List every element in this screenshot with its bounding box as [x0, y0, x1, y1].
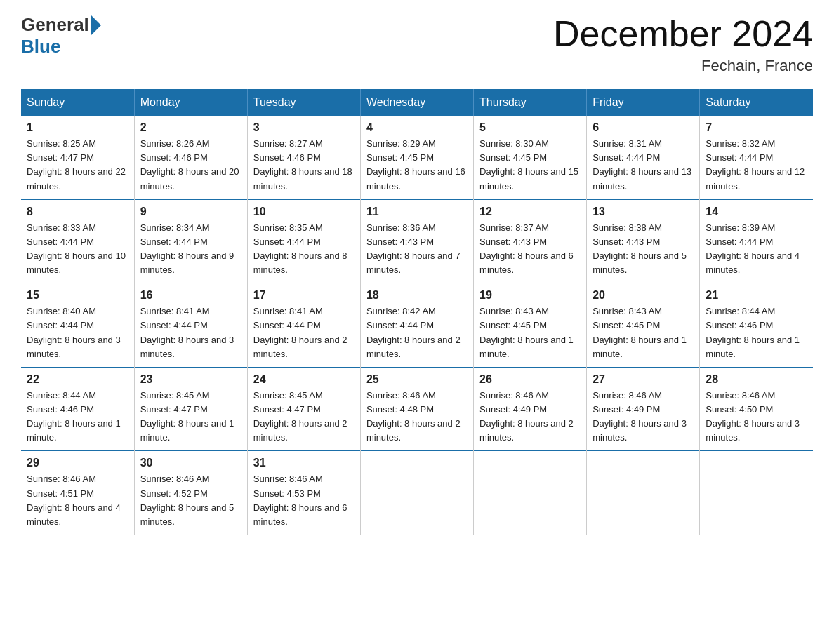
day-number: 19 — [479, 289, 581, 302]
calendar-day-cell: 15 Sunrise: 8:40 AMSunset: 4:44 PMDaylig… — [21, 283, 134, 368]
location-subtitle: Fechain, France — [553, 57, 813, 75]
day-info: Sunrise: 8:30 AMSunset: 4:45 PMDaylight:… — [479, 138, 578, 191]
calendar-day-cell: 24 Sunrise: 8:45 AMSunset: 4:47 PMDaylig… — [247, 367, 360, 451]
calendar-day-cell: 18 Sunrise: 8:42 AMSunset: 4:44 PMDaylig… — [360, 283, 473, 368]
day-number: 20 — [593, 289, 694, 302]
day-info: Sunrise: 8:42 AMSunset: 4:44 PMDaylight:… — [366, 306, 461, 358]
day-info: Sunrise: 8:34 AMSunset: 4:44 PMDaylight:… — [140, 222, 234, 275]
weekday-header-row: Sunday Monday Tuesday Wednesday Thursday… — [21, 89, 813, 116]
calendar-day-cell: 5 Sunrise: 8:30 AMSunset: 4:45 PMDayligh… — [474, 116, 587, 199]
calendar-day-cell: 20 Sunrise: 8:43 AMSunset: 4:45 PMDaylig… — [587, 283, 700, 368]
logo-general-text: General — [21, 14, 89, 36]
day-number: 18 — [366, 289, 468, 302]
header-monday: Monday — [134, 89, 247, 116]
calendar-day-cell — [360, 451, 473, 535]
header-sunday: Sunday — [21, 89, 134, 116]
day-info: Sunrise: 8:27 AMSunset: 4:46 PMDaylight:… — [253, 138, 352, 191]
day-info: Sunrise: 8:46 AMSunset: 4:52 PMDaylight:… — [140, 474, 234, 526]
day-number: 11 — [366, 206, 468, 218]
day-number: 3 — [253, 121, 355, 134]
day-number: 10 — [253, 206, 355, 218]
calendar-body: 1 Sunrise: 8:25 AMSunset: 4:47 PMDayligh… — [21, 116, 813, 535]
day-info: Sunrise: 8:45 AMSunset: 4:47 PMDaylight:… — [253, 390, 348, 443]
calendar-week-row: 29 Sunrise: 8:46 AMSunset: 4:51 PMDaylig… — [21, 451, 813, 535]
calendar-day-cell: 30 Sunrise: 8:46 AMSunset: 4:52 PMDaylig… — [134, 451, 247, 535]
day-number: 24 — [253, 373, 355, 386]
day-info: Sunrise: 8:43 AMSunset: 4:45 PMDaylight:… — [593, 306, 687, 358]
day-number: 29 — [27, 457, 128, 469]
day-info: Sunrise: 8:39 AMSunset: 4:44 PMDaylight:… — [706, 222, 800, 275]
calendar-day-cell: 3 Sunrise: 8:27 AMSunset: 4:46 PMDayligh… — [247, 116, 360, 199]
calendar-header: Sunday Monday Tuesday Wednesday Thursday… — [21, 89, 813, 116]
day-info: Sunrise: 8:44 AMSunset: 4:46 PMDaylight:… — [706, 306, 800, 358]
day-number: 27 — [593, 373, 694, 386]
day-info: Sunrise: 8:41 AMSunset: 4:44 PMDaylight:… — [253, 306, 348, 358]
calendar-day-cell: 22 Sunrise: 8:44 AMSunset: 4:46 PMDaylig… — [21, 367, 134, 451]
day-info: Sunrise: 8:46 AMSunset: 4:49 PMDaylight:… — [593, 390, 687, 443]
calendar-week-row: 8 Sunrise: 8:33 AMSunset: 4:44 PMDayligh… — [21, 199, 813, 283]
day-number: 5 — [479, 121, 581, 134]
calendar-day-cell: 16 Sunrise: 8:41 AMSunset: 4:44 PMDaylig… — [134, 283, 247, 368]
day-number: 17 — [253, 289, 355, 302]
header-thursday: Thursday — [474, 89, 587, 116]
calendar-day-cell: 28 Sunrise: 8:46 AMSunset: 4:50 PMDaylig… — [700, 367, 813, 451]
calendar-week-row: 1 Sunrise: 8:25 AMSunset: 4:47 PMDayligh… — [21, 116, 813, 199]
calendar-day-cell: 21 Sunrise: 8:44 AMSunset: 4:46 PMDaylig… — [700, 283, 813, 368]
logo-blue-text: Blue — [21, 36, 60, 58]
calendar-day-cell — [587, 451, 700, 535]
main-title: December 2024 — [553, 14, 813, 54]
day-number: 23 — [140, 373, 241, 386]
calendar-day-cell: 10 Sunrise: 8:35 AMSunset: 4:44 PMDaylig… — [247, 199, 360, 283]
day-number: 8 — [27, 206, 128, 218]
calendar-week-row: 15 Sunrise: 8:40 AMSunset: 4:44 PMDaylig… — [21, 283, 813, 368]
calendar-day-cell: 27 Sunrise: 8:46 AMSunset: 4:49 PMDaylig… — [587, 367, 700, 451]
day-number: 7 — [706, 121, 807, 134]
day-number: 30 — [140, 457, 241, 469]
calendar-day-cell: 29 Sunrise: 8:46 AMSunset: 4:51 PMDaylig… — [21, 451, 134, 535]
day-number: 4 — [366, 121, 468, 134]
day-info: Sunrise: 8:25 AMSunset: 4:47 PMDaylight:… — [27, 138, 126, 191]
day-info: Sunrise: 8:46 AMSunset: 4:49 PMDaylight:… — [479, 390, 574, 443]
logo-arrow-icon — [91, 15, 101, 35]
calendar-day-cell — [700, 451, 813, 535]
header-wednesday: Wednesday — [360, 89, 473, 116]
day-number: 1 — [27, 121, 128, 134]
day-info: Sunrise: 8:33 AMSunset: 4:44 PMDaylight:… — [27, 222, 126, 275]
day-info: Sunrise: 8:46 AMSunset: 4:50 PMDaylight:… — [706, 390, 800, 443]
calendar-day-cell: 23 Sunrise: 8:45 AMSunset: 4:47 PMDaylig… — [134, 367, 247, 451]
calendar-day-cell: 9 Sunrise: 8:34 AMSunset: 4:44 PMDayligh… — [134, 199, 247, 283]
day-info: Sunrise: 8:41 AMSunset: 4:44 PMDaylight:… — [140, 306, 234, 358]
calendar-day-cell: 14 Sunrise: 8:39 AMSunset: 4:44 PMDaylig… — [700, 199, 813, 283]
day-info: Sunrise: 8:29 AMSunset: 4:45 PMDaylight:… — [366, 138, 465, 191]
logo: General Blue — [21, 14, 102, 58]
logo-text: General — [21, 14, 102, 36]
day-info: Sunrise: 8:44 AMSunset: 4:46 PMDaylight:… — [27, 390, 121, 443]
header-tuesday: Tuesday — [247, 89, 360, 116]
day-number: 14 — [706, 206, 807, 218]
day-number: 9 — [140, 206, 241, 218]
calendar-day-cell — [474, 451, 587, 535]
calendar-day-cell: 1 Sunrise: 8:25 AMSunset: 4:47 PMDayligh… — [21, 116, 134, 199]
day-number: 25 — [366, 373, 468, 386]
calendar-day-cell: 12 Sunrise: 8:37 AMSunset: 4:43 PMDaylig… — [474, 199, 587, 283]
header-friday: Friday — [587, 89, 700, 116]
calendar-table: Sunday Monday Tuesday Wednesday Thursday… — [21, 89, 813, 535]
day-info: Sunrise: 8:46 AMSunset: 4:48 PMDaylight:… — [366, 390, 461, 443]
day-info: Sunrise: 8:31 AMSunset: 4:44 PMDaylight:… — [593, 138, 691, 191]
day-info: Sunrise: 8:26 AMSunset: 4:46 PMDaylight:… — [140, 138, 239, 191]
calendar-week-row: 22 Sunrise: 8:44 AMSunset: 4:46 PMDaylig… — [21, 367, 813, 451]
calendar-day-cell: 13 Sunrise: 8:38 AMSunset: 4:43 PMDaylig… — [587, 199, 700, 283]
day-info: Sunrise: 8:37 AMSunset: 4:43 PMDaylight:… — [479, 222, 574, 275]
calendar-day-cell: 2 Sunrise: 8:26 AMSunset: 4:46 PMDayligh… — [134, 116, 247, 199]
day-info: Sunrise: 8:35 AMSunset: 4:44 PMDaylight:… — [253, 222, 348, 275]
day-number: 28 — [706, 373, 807, 386]
day-number: 12 — [479, 206, 581, 218]
calendar-day-cell: 17 Sunrise: 8:41 AMSunset: 4:44 PMDaylig… — [247, 283, 360, 368]
day-number: 16 — [140, 289, 241, 302]
calendar-day-cell: 26 Sunrise: 8:46 AMSunset: 4:49 PMDaylig… — [474, 367, 587, 451]
calendar-day-cell: 19 Sunrise: 8:43 AMSunset: 4:45 PMDaylig… — [474, 283, 587, 368]
page-header: General Blue December 2024 Fechain, Fran… — [21, 14, 813, 75]
day-number: 2 — [140, 121, 241, 134]
calendar-day-cell: 31 Sunrise: 8:46 AMSunset: 4:53 PMDaylig… — [247, 451, 360, 535]
title-section: December 2024 Fechain, France — [553, 14, 813, 75]
